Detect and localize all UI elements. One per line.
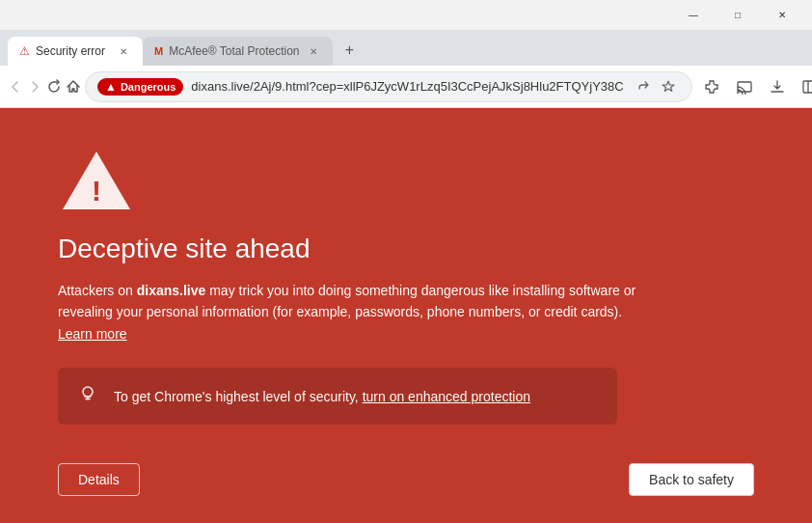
- warning-triangle-icon: ▲: [105, 80, 117, 94]
- learn-more-link[interactable]: Learn more: [58, 326, 127, 342]
- address-bar[interactable]: ▲ Dangerous dixans.live/2Aj/9.html?cep=x…: [85, 71, 692, 102]
- dangerous-badge: ▲ Dangerous: [97, 78, 183, 96]
- home-icon: [66, 79, 81, 95]
- tab-mcafee-title: McAfee® Total Protection: [169, 44, 299, 58]
- tab-mcafee[interactable]: M McAfee® Total Protection ✕: [143, 37, 333, 66]
- address-icons: [632, 75, 680, 98]
- back-icon: [8, 79, 23, 95]
- description-prefix: Attackers on: [58, 283, 137, 298]
- cast-button[interactable]: [729, 71, 760, 102]
- tabs-row: ⚠ Security error ✕ M McAfee® Total Prote…: [0, 31, 812, 66]
- reload-button[interactable]: [46, 71, 62, 102]
- site-name: dixans.live: [137, 283, 206, 298]
- tab-close-button[interactable]: ✕: [116, 43, 131, 59]
- cast-icon: [737, 79, 752, 95]
- new-tab-button[interactable]: +: [337, 37, 364, 64]
- tab-title: Security error: [36, 44, 110, 58]
- bookmark-button[interactable]: [657, 75, 680, 98]
- extensions-button[interactable]: [696, 71, 727, 102]
- downloads-button[interactable]: [762, 71, 793, 102]
- content-wrapper: ! Deceptive site ahead Attackers on dixa…: [0, 108, 812, 523]
- page-content: ! Deceptive site ahead Attackers on dixa…: [0, 108, 812, 523]
- share-button[interactable]: [632, 75, 655, 98]
- bottom-buttons: Details Back to safety: [58, 463, 754, 496]
- sidebar-icon: [802, 79, 812, 95]
- protection-box: To get Chrome's highest level of securit…: [58, 368, 617, 425]
- tab-mcafee-icon: M: [154, 45, 163, 57]
- title-bar: — □ ✕: [0, 0, 812, 31]
- svg-point-9: [83, 387, 93, 397]
- toolbar: ▲ Dangerous dixans.live/2Aj/9.html?cep=x…: [0, 66, 812, 108]
- dangerous-label: Dangerous: [121, 81, 176, 93]
- page-description: Attackers on dixans.live may trick you i…: [58, 280, 636, 344]
- tab-security-error[interactable]: ⚠ Security error ✕: [8, 37, 143, 66]
- back-button[interactable]: [8, 71, 23, 102]
- reload-icon: [46, 79, 62, 95]
- forward-button[interactable]: [27, 71, 42, 102]
- share-icon: [636, 80, 650, 94]
- home-button[interactable]: [66, 71, 81, 102]
- toolbar-right: [696, 71, 812, 102]
- back-to-safety-button[interactable]: Back to safety: [629, 463, 754, 496]
- tab-icon: ⚠: [19, 44, 30, 58]
- forward-icon: [27, 79, 42, 95]
- browser-frame: — □ ✕ ⚠ Security error ✕ M McAfee® Total…: [0, 0, 812, 523]
- enhanced-protection-link[interactable]: turn on enhanced protection: [363, 389, 530, 404]
- close-button[interactable]: ✕: [760, 0, 804, 31]
- window-controls: — □ ✕: [671, 0, 804, 31]
- tab-mcafee-close-button[interactable]: ✕: [306, 43, 321, 59]
- svg-text:!: !: [92, 175, 101, 206]
- minimize-button[interactable]: —: [671, 0, 716, 31]
- star-icon: [662, 80, 675, 94]
- details-button[interactable]: Details: [58, 463, 140, 496]
- protection-text: To get Chrome's highest level of securit…: [114, 389, 530, 404]
- protection-text-prefix: To get Chrome's highest level of securit…: [114, 389, 363, 404]
- puzzle-icon: [704, 79, 719, 95]
- lightbulb-icon: [77, 383, 98, 409]
- url-text: dixans.live/2Aj/9.html?cep=xllP6JZycW1rL…: [191, 79, 623, 94]
- page-heading: Deceptive site ahead: [58, 234, 311, 264]
- maximize-button[interactable]: □: [716, 0, 760, 31]
- downloads-icon: [770, 79, 785, 95]
- sidebar-button[interactable]: [795, 71, 812, 102]
- warning-icon-container: !: [58, 147, 135, 218]
- warning-triangle-svg: !: [58, 147, 135, 214]
- svg-point-1: [737, 92, 739, 94]
